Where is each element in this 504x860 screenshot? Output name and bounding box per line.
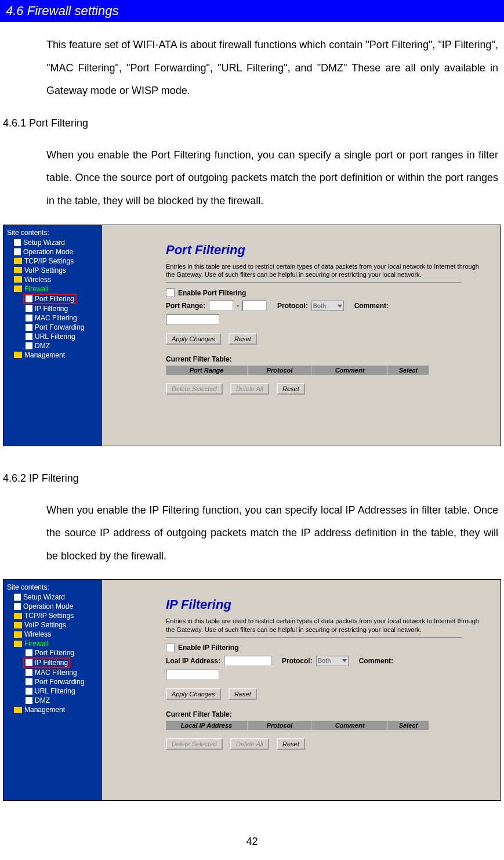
ip-input[interactable]: [224, 656, 271, 666]
label: URL Filtering: [35, 687, 75, 695]
reset-table-button[interactable]: Reset: [277, 383, 305, 395]
sidebar-item-tcpip[interactable]: TCP/IP Settings: [3, 611, 102, 620]
comment-input[interactable]: [166, 670, 219, 680]
page-number: 42: [0, 818, 504, 854]
delete-selected-button[interactable]: Delete Selected: [166, 738, 223, 750]
doc-icon: [26, 324, 32, 331]
filter-table: Port Range Protocol Comment Select: [166, 366, 489, 375]
doc-icon: [26, 305, 32, 312]
doc-icon: [26, 697, 32, 704]
content-pane: IP Filtering Entries in this table are u…: [102, 580, 501, 800]
sidebar-item-mac-filtering[interactable]: MAC Filtering: [3, 313, 102, 323]
label: VoIP Settings: [24, 266, 66, 274]
th-protocol: Protocol: [248, 366, 312, 375]
port-to-input[interactable]: [242, 301, 267, 311]
doc-icon: [26, 342, 32, 349]
pane-desc: Entries in this table are used to restri…: [166, 617, 489, 634]
th-select: Select: [388, 366, 429, 375]
folder-icon: [14, 631, 22, 638]
sidebar-item-opmode[interactable]: Operation Mode: [3, 247, 102, 256]
table-label: Current Filter Table:: [166, 710, 489, 718]
sidebar: Site contents: Setup Wizard Operation Mo…: [3, 580, 102, 800]
sidebar-item-tcpip[interactable]: TCP/IP Settings: [3, 256, 102, 266]
sidebar-item-url-filtering[interactable]: URL Filtering: [3, 332, 102, 341]
reset-table-button[interactable]: Reset: [277, 738, 305, 750]
sidebar-item-wizard[interactable]: Setup Wizard: [3, 238, 102, 247]
sidebar-item-management[interactable]: Management: [3, 350, 102, 360]
sidebar-item-port-filtering[interactable]: Port Filtering: [3, 648, 102, 657]
protocol-label: Protocol:: [277, 302, 308, 310]
val: Both: [313, 303, 327, 309]
enable-label: Enable Port Filtering: [178, 289, 246, 297]
delete-all-button[interactable]: Delete All: [230, 738, 269, 750]
enable-checkbox[interactable]: [166, 644, 175, 652]
folder-icon: [14, 286, 22, 292]
sidebar-item-port-forwarding[interactable]: Port Forwarding: [3, 323, 102, 332]
port-text: When you enable the Port Filtering funct…: [0, 132, 504, 219]
folder-icon: [14, 267, 22, 273]
doc-icon: [26, 669, 32, 676]
sidebar-item-ip-filtering-highlighted[interactable]: IP Filtering: [23, 657, 70, 668]
ip-text: When you enable the IP Filtering functio…: [0, 487, 504, 574]
sidebar-item-url-filtering[interactable]: URL Filtering: [3, 686, 102, 696]
label: MAC Filtering: [35, 314, 77, 322]
label: DMZ: [35, 696, 50, 704]
label: IP Filtering: [35, 305, 68, 313]
port-range-label: Port Range:: [166, 302, 205, 310]
label: Port Forwarding: [35, 678, 84, 686]
subheading-port: 4.6.1 Port Filtering: [0, 109, 504, 132]
label: MAC Filtering: [35, 669, 77, 677]
label: Wireless: [24, 276, 51, 284]
reset-button[interactable]: Reset: [229, 333, 257, 345]
label: Firewall: [24, 639, 48, 648]
sidebar-item-voip[interactable]: VoIP Settings: [3, 266, 102, 275]
label: DMZ: [35, 342, 50, 350]
sidebar-item-port-forwarding[interactable]: Port Forwarding: [3, 677, 102, 686]
protocol-select[interactable]: Both: [316, 656, 349, 666]
label: Wireless: [24, 630, 51, 638]
doc-icon: [26, 649, 32, 656]
sidebar-item-port-filtering-highlighted[interactable]: Port Filtering: [23, 294, 77, 304]
folder-icon: [14, 276, 22, 283]
comment-input[interactable]: [166, 315, 219, 325]
delete-all-button[interactable]: Delete All: [230, 383, 269, 395]
sidebar-item-firewall[interactable]: Firewall: [3, 284, 102, 294]
comment-label: Comment:: [354, 302, 389, 310]
content-pane: Port Filtering Entries in this table are…: [102, 225, 501, 446]
reset-button[interactable]: Reset: [229, 688, 257, 700]
sidebar-item-ip-filtering[interactable]: IP Filtering: [3, 304, 102, 313]
sidebar-item-dmz[interactable]: DMZ: [3, 341, 102, 350]
th-ip: Local IP Address: [166, 721, 248, 730]
label: Setup Wizard: [23, 593, 65, 601]
sidebar: Site contents: Setup Wizard Operation Mo…: [3, 225, 102, 446]
label: URL Filtering: [35, 333, 75, 341]
apply-button[interactable]: Apply Changes: [166, 688, 221, 700]
pane-title: IP Filtering: [166, 597, 489, 612]
val: Both: [318, 657, 331, 664]
label: Operation Mode: [23, 248, 73, 256]
chevron-down-icon: [338, 305, 342, 308]
sidebar-item-wireless[interactable]: Wireless: [3, 630, 102, 639]
folder-icon: [14, 352, 22, 358]
sidebar-item-dmz[interactable]: DMZ: [3, 696, 102, 705]
enable-checkbox[interactable]: [166, 288, 175, 297]
th-comment: Comment: [312, 366, 388, 375]
sidebar-item-management[interactable]: Management: [3, 705, 102, 714]
sidebar-item-voip[interactable]: VoIP Settings: [3, 620, 102, 630]
sidebar-item-wireless[interactable]: Wireless: [3, 275, 102, 284]
delete-selected-button[interactable]: Delete Selected: [166, 383, 223, 395]
apply-button[interactable]: Apply Changes: [166, 333, 221, 345]
label: Operation Mode: [23, 602, 73, 610]
sidebar-item-firewall[interactable]: Firewall: [3, 639, 102, 648]
section-header: 4.6 Firewall settings: [0, 0, 504, 22]
sidebar-item-opmode[interactable]: Operation Mode: [3, 602, 102, 611]
protocol-select[interactable]: Both: [311, 301, 344, 311]
port-from-input[interactable]: [209, 301, 233, 311]
subheading-ip: 4.6.2 IP Filtering: [0, 464, 504, 487]
sidebar-item-wizard[interactable]: Setup Wizard: [3, 592, 102, 602]
pane-title: Port Filtering: [166, 243, 489, 258]
divider: [166, 637, 462, 638]
sidebar-item-mac-filtering[interactable]: MAC Filtering: [3, 668, 102, 677]
dash: -: [237, 302, 239, 310]
label: IP Filtering: [35, 659, 68, 667]
